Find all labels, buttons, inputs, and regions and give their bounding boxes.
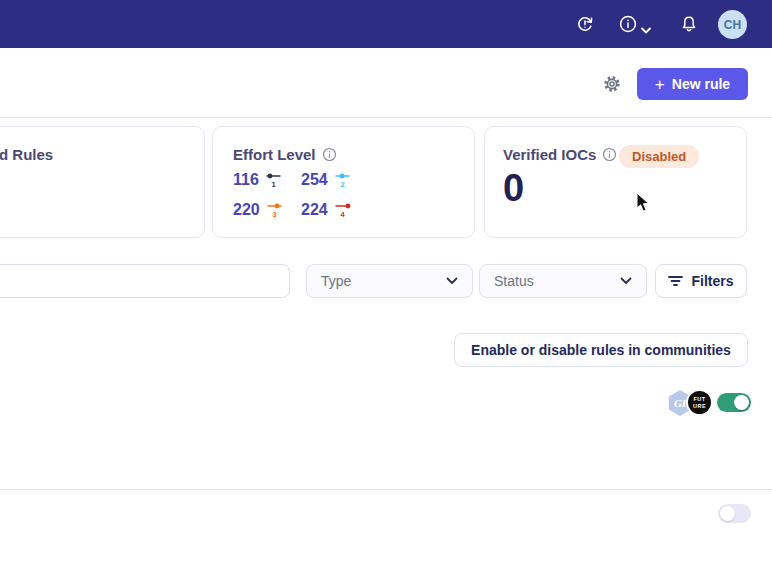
toggle-knob: [734, 395, 749, 410]
type-dropdown[interactable]: Type: [306, 264, 473, 298]
filters-button[interactable]: Filters: [655, 264, 747, 298]
card-iocs-title-text: Verified IOCs: [503, 146, 596, 163]
toggle-knob: [720, 506, 735, 521]
effort-level-1-icon: 1: [265, 172, 282, 188]
filters-button-label: Filters: [691, 273, 733, 289]
svg-text:2: 2: [340, 180, 344, 189]
community-toggle-on[interactable]: [717, 393, 751, 412]
effort-level-2-value: 254: [301, 171, 328, 189]
card-rules: d Rules: [0, 126, 205, 238]
top-navbar: CH: [0, 0, 772, 48]
enable-disable-communities-button[interactable]: Enable or disable rules in communities: [454, 333, 748, 367]
iocs-count: 0: [503, 167, 524, 210]
card-effort-title-text: Effort Level: [233, 146, 316, 163]
status-badge: Disabled: [619, 145, 699, 168]
avatar-initials: CH: [724, 18, 741, 32]
effort-level-3-icon: 3: [266, 202, 283, 218]
section-divider: [0, 489, 772, 490]
type-dropdown-label: Type: [321, 273, 351, 289]
effort-level-4-value: 224: [301, 201, 328, 219]
info-icon[interactable]: [602, 147, 617, 162]
effort-level-2: 254 2: [301, 171, 369, 189]
chevron-down-icon[interactable]: [641, 20, 651, 38]
svg-text:3: 3: [272, 210, 276, 219]
info-icon[interactable]: [616, 12, 640, 36]
effort-level-2-icon: 2: [334, 172, 351, 188]
community-avatar-future[interactable]: FUT URE: [686, 389, 713, 416]
plus-icon: +: [655, 76, 665, 93]
card-verified-iocs: Verified IOCs Disabled 0: [484, 126, 747, 238]
community-avatar-future-line2: URE: [693, 403, 706, 410]
effort-level-3: 220 3: [233, 201, 301, 219]
gear-icon[interactable]: [602, 74, 622, 94]
rules-dashboard: CH + New rule d Rules Effort Level 11: [0, 0, 772, 562]
info-icon[interactable]: [322, 147, 337, 162]
card-iocs-title: Verified IOCs: [503, 146, 617, 163]
filter-lines-icon: [668, 275, 683, 287]
history-icon[interactable]: [573, 12, 597, 36]
card-rules-title: d Rules: [0, 146, 53, 163]
status-dropdown-label: Status: [494, 273, 534, 289]
effort-level-1: 116 1: [233, 171, 301, 189]
bottom-toggle-off[interactable]: [718, 504, 751, 523]
community-avatar-future-line1: FUT: [693, 396, 705, 403]
effort-level-1-value: 116: [233, 171, 259, 189]
effort-level-3-value: 220: [233, 201, 260, 219]
avatar[interactable]: CH: [718, 10, 747, 39]
svg-text:4: 4: [340, 210, 345, 219]
chevron-down-icon: [620, 277, 632, 285]
effort-values: 116 1 254 2 220: [233, 171, 369, 219]
status-dropdown[interactable]: Status: [479, 264, 647, 298]
effort-level-4-icon: 4: [334, 202, 351, 218]
chevron-down-icon: [446, 277, 458, 285]
card-effort-level: Effort Level 116 1 254: [212, 126, 475, 238]
svg-text:1: 1: [271, 180, 275, 189]
bell-icon[interactable]: [677, 12, 701, 36]
effort-level-4: 224 4: [301, 201, 369, 219]
search-input[interactable]: [0, 264, 290, 298]
new-rule-label: New rule: [672, 76, 730, 92]
card-effort-title: Effort Level: [233, 146, 337, 163]
new-rule-button[interactable]: + New rule: [637, 68, 748, 100]
